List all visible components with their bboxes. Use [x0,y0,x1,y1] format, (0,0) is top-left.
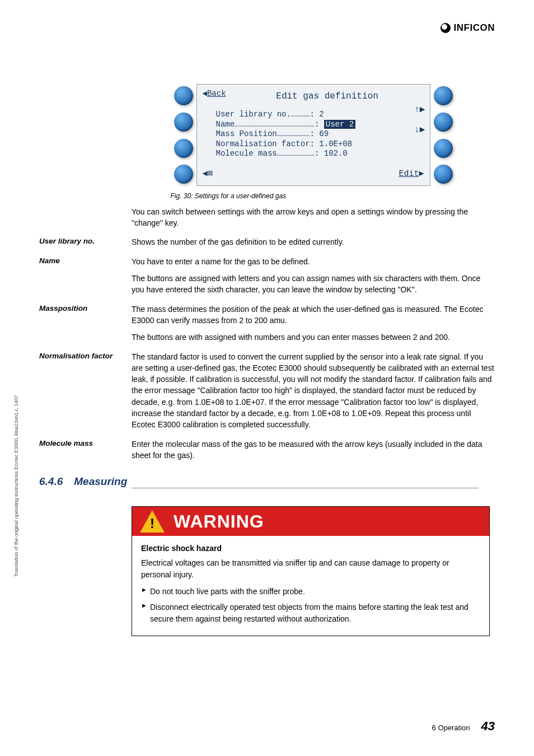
warning-item: Do not touch live parts with the sniffer… [141,586,480,597]
softkey-button[interactable] [174,113,193,132]
text-name-1: You have to enter a name for the gas to … [132,256,495,267]
softkey-button[interactable] [434,165,453,184]
edit-button[interactable]: Edit▶ [399,168,424,180]
arrow-up-icon[interactable]: ↑▶ [414,104,425,116]
cancel-icon[interactable]: ◀⊠ [203,168,213,180]
softkey-button[interactable] [434,113,453,132]
section-title: Measuring [74,475,127,488]
label-massposition: Massposition [39,304,132,343]
device-screenshot: ◀Back Edit gas definition ↑▶ ↓▶ User lib… [171,84,456,186]
page-number: 43 [481,719,495,734]
back-button[interactable]: ◀Back [203,88,226,99]
brand-icon [441,23,451,33]
screen-body: User library no.…………: 2 Name………………………………… [203,110,424,159]
softkey-button[interactable] [174,139,193,158]
label-molecule-mass: Molecule mass [39,438,132,461]
brand-name: INFICON [454,22,495,34]
chapter-label: 6 Operation [432,724,470,732]
warning-subtitle: Electric shock hazard [141,543,480,554]
text-norm: The standard factor is used to convert t… [132,351,495,431]
warning-item: Disconnect electrically operated test ob… [141,601,480,624]
warning-text: Electrical voltages can be transmitted v… [141,557,480,580]
label-normalisation: Normalisation factor [39,351,132,431]
section-heading: 6.4.6 Measuring [39,475,495,488]
screen-title: Edit gas definition [231,88,424,103]
softkey-button[interactable] [434,86,453,105]
softkey-button[interactable] [174,165,193,184]
figure-description: You can switch between settings with the… [132,206,495,229]
text-mass-2: The buttons are with assigned with numbe… [132,332,495,343]
page-footer: 6 Operation 43 [432,719,495,734]
section-rule [132,488,479,488]
arrow-down-icon[interactable]: ↓▶ [414,124,425,137]
label-user-library: User library no. [39,236,132,248]
brand-logo: INFICON [441,22,495,34]
warning-title: WARNING [174,511,264,532]
softkeys-right [430,84,456,186]
text-mass-1: The mass determines the position of the … [132,304,495,326]
softkeys-left [171,84,196,186]
warning-header: ! WARNING [132,507,489,536]
softkey-button[interactable] [174,86,193,105]
text-mol: Enter the molecular mass of the gas to b… [132,438,495,461]
side-meta-text: Translation of the original operating in… [13,395,19,577]
figure-caption: Fig. 30: Settings for a user-defined gas [171,192,456,201]
softkey-button[interactable] [434,139,453,158]
warning-triangle-icon: ! [140,510,165,533]
warning-box: ! WARNING Electric shock hazard Electric… [132,506,490,636]
section-number: 6.4.6 [39,475,63,488]
text-name-2: The buttons are assigned with letters an… [132,273,495,296]
text-user-library: Shows the number of the gas definition t… [132,236,495,248]
label-name: Name [39,256,132,296]
